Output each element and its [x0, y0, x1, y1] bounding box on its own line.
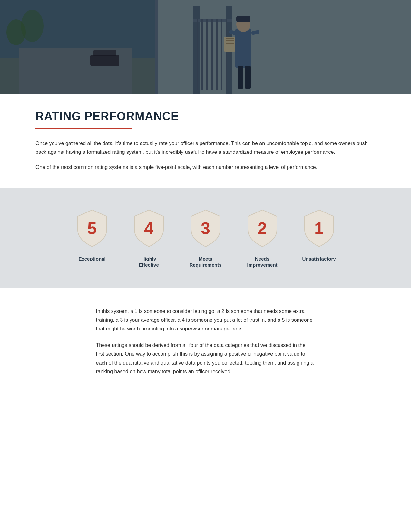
- rating-item-5: 5 Exceptional: [66, 207, 118, 262]
- rating-label-5: Exceptional: [78, 256, 105, 262]
- rating-section: 5 Exceptional 4 HighlyEffective 3 MeetsR…: [0, 188, 411, 288]
- rating-label-3: MeetsRequirements: [189, 256, 221, 268]
- rating-items-container: 5 Exceptional 4 HighlyEffective 3 MeetsR…: [44, 207, 367, 268]
- rating-number-5: 5: [87, 220, 97, 237]
- shield-3: 3: [185, 207, 227, 249]
- bottom-content: In this system, a 1 is someone to consid…: [61, 288, 351, 403]
- bottom-paragraph-2: These ratings should be derived from all…: [96, 341, 315, 376]
- rating-item-3: 3 MeetsRequirements: [180, 207, 231, 268]
- rating-number-1: 1: [314, 220, 324, 237]
- rating-number-3: 3: [201, 220, 210, 237]
- shield-2: 2: [241, 207, 283, 249]
- rating-label-2: NeedsImprovement: [247, 256, 277, 268]
- rating-item-2: 2 NeedsImprovement: [237, 207, 288, 268]
- rating-item-1: 1 Unsatisfactory: [293, 207, 345, 262]
- intro-paragraph-1: Once you've gathered all the data, it's …: [35, 139, 376, 156]
- shield-5: 5: [71, 207, 113, 249]
- title-underline: [35, 128, 132, 129]
- shield-4: 4: [128, 207, 170, 249]
- rating-item-4: 4 HighlyEffective: [123, 207, 175, 268]
- rating-label-1: Unsatisfactory: [302, 256, 336, 262]
- shield-1: 1: [298, 207, 340, 249]
- page-title: RATING PERFORMANCE: [35, 110, 376, 123]
- rating-number-4: 4: [144, 220, 153, 237]
- bottom-paragraph-1: In this system, a 1 is someone to consid…: [96, 307, 315, 333]
- section-title-area: RATING PERFORMANCE: [35, 94, 376, 139]
- intro-paragraph-2: One of the most common rating systems is…: [35, 163, 376, 172]
- svg-rect-33: [93, 50, 116, 56]
- svg-rect-29: [0, 0, 411, 94]
- rating-number-2: 2: [258, 220, 267, 237]
- hero-section: [0, 0, 411, 94]
- rating-label-4: HighlyEffective: [139, 256, 159, 268]
- svg-rect-32: [90, 55, 119, 66]
- svg-point-31: [21, 10, 44, 42]
